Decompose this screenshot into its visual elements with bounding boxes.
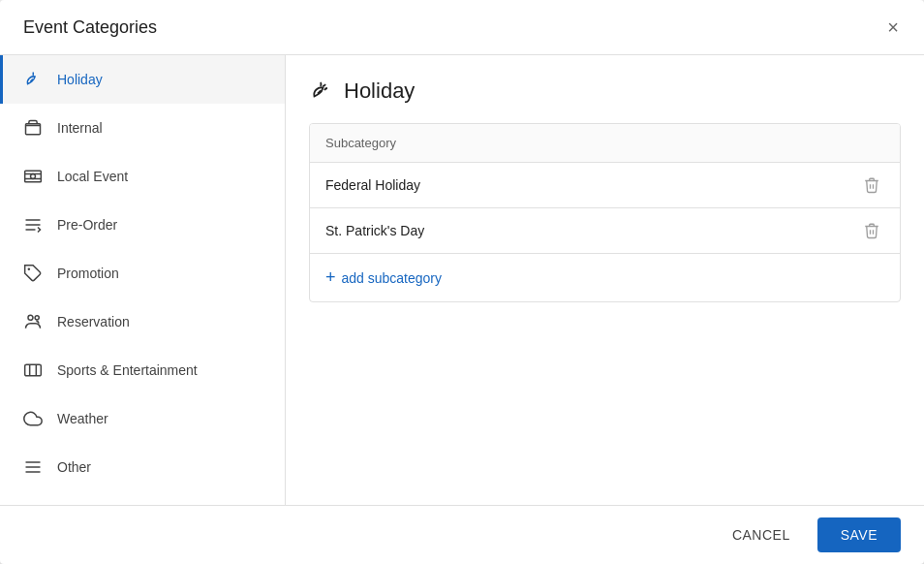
cancel-button[interactable]: CANCEL bbox=[717, 519, 806, 550]
svg-rect-6 bbox=[25, 364, 42, 376]
sidebar-item-other[interactable]: Other bbox=[0, 443, 285, 491]
sidebar-item-label-promotion: Promotion bbox=[57, 266, 119, 281]
delete-subcategory-button[interactable] bbox=[859, 220, 884, 241]
party-icon bbox=[22, 69, 44, 90]
sidebar-item-label-pre-order: Pre-Order bbox=[57, 217, 117, 233]
close-button[interactable]: × bbox=[885, 16, 901, 39]
dialog-footer: CANCEL SAVE bbox=[0, 505, 924, 564]
subcategory-name: Federal Holiday bbox=[325, 177, 420, 193]
category-title-text: Holiday bbox=[344, 78, 415, 104]
category-title: Holiday bbox=[309, 78, 901, 104]
table-row: St. Patrick's Day bbox=[310, 208, 900, 253]
sports-icon bbox=[22, 360, 44, 381]
local-event-icon bbox=[22, 166, 44, 187]
event-categories-dialog: Event Categories × HolidayInternalLocal … bbox=[0, 0, 924, 564]
sidebar-item-sports[interactable]: Sports & Entertainment bbox=[0, 346, 285, 394]
table-row: Federal Holiday bbox=[310, 163, 900, 208]
svg-point-4 bbox=[28, 315, 33, 320]
subcategory-rows: Federal HolidaySt. Patrick's Day bbox=[310, 163, 900, 253]
plus-icon: + bbox=[325, 267, 336, 288]
add-subcategory-label: add subcategory bbox=[342, 270, 443, 286]
sidebar-item-holiday[interactable]: Holiday bbox=[0, 55, 285, 104]
subcategory-header: Subcategory bbox=[310, 124, 900, 163]
promotion-icon bbox=[22, 263, 44, 284]
subcategory-name: St. Patrick's Day bbox=[325, 223, 424, 238]
sidebar-item-label-local-event: Local Event bbox=[57, 169, 128, 184]
sidebar-item-local-event[interactable]: Local Event bbox=[0, 152, 285, 201]
add-subcategory-button[interactable]: + add subcategory bbox=[325, 264, 442, 292]
sidebar-item-promotion[interactable]: Promotion bbox=[0, 249, 285, 298]
sidebar-item-label-internal: Internal bbox=[57, 120, 103, 136]
svg-point-3 bbox=[28, 268, 31, 271]
save-button[interactable]: SAVE bbox=[817, 517, 901, 552]
sidebar-item-label-sports: Sports & Entertainment bbox=[57, 362, 198, 378]
category-title-icon bbox=[309, 79, 332, 103]
dialog-body: HolidayInternalLocal EventPre-OrderPromo… bbox=[0, 55, 924, 505]
sidebar-item-internal[interactable]: Internal bbox=[0, 104, 285, 152]
sidebar-item-label-weather: Weather bbox=[57, 411, 108, 426]
delete-subcategory-button[interactable] bbox=[859, 174, 884, 196]
sidebar-item-reservation[interactable]: Reservation bbox=[0, 298, 285, 346]
other-icon bbox=[22, 456, 44, 478]
dialog-title: Event Categories bbox=[23, 17, 157, 38]
internal-icon bbox=[22, 117, 44, 139]
main-content: Holiday Subcategory Federal HolidaySt. P… bbox=[286, 55, 924, 505]
dialog-header: Event Categories × bbox=[0, 0, 924, 55]
sidebar-item-pre-order[interactable]: Pre-Order bbox=[0, 201, 285, 249]
pre-order-icon bbox=[22, 214, 44, 235]
svg-point-5 bbox=[35, 316, 39, 320]
sidebar: HolidayInternalLocal EventPre-OrderPromo… bbox=[0, 55, 286, 505]
sidebar-item-label-holiday: Holiday bbox=[57, 72, 103, 87]
reservation-icon bbox=[22, 311, 44, 332]
sidebar-item-label-other: Other bbox=[57, 459, 91, 475]
sidebar-item-weather[interactable]: Weather bbox=[0, 394, 285, 443]
sidebar-item-label-reservation: Reservation bbox=[57, 314, 130, 329]
weather-icon bbox=[22, 408, 44, 429]
subcategory-table: Subcategory Federal HolidaySt. Patrick's… bbox=[309, 123, 901, 302]
svg-rect-1 bbox=[25, 171, 42, 182]
add-subcategory-row: + add subcategory bbox=[310, 253, 900, 301]
